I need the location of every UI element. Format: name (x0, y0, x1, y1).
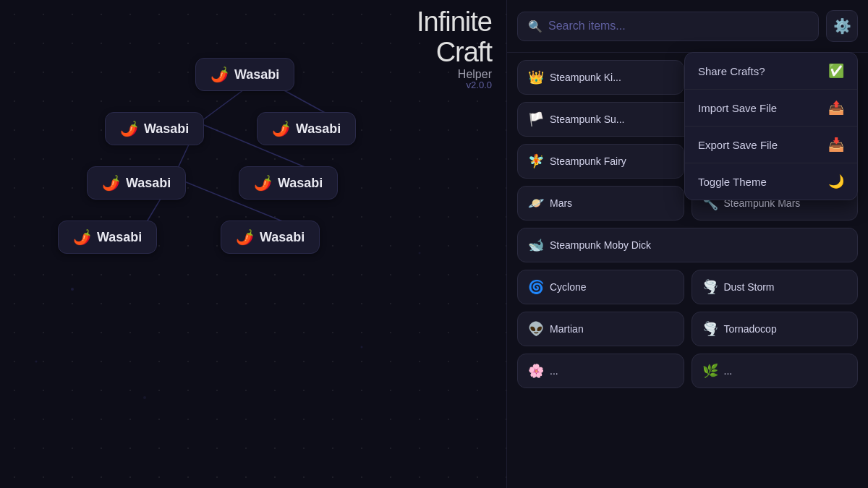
dust-storm-label: Dust Storm (724, 281, 775, 293)
item-dust-storm[interactable]: 🌪️ Dust Storm (692, 270, 859, 304)
craft-node-bl2[interactable]: 🌶️ Wasabi (58, 221, 157, 254)
search-icon: 🔍 (528, 20, 542, 33)
steampunk-fairy-label: Steampunk Fairy (550, 155, 626, 167)
wasabi-emoji-4: 🌶️ (102, 174, 120, 192)
app-subtitle: Helper (417, 68, 492, 81)
wasabi-label-5: Wasabi (278, 176, 323, 191)
item-steampunk-moby-dick[interactable]: 🐋 Steampunk Moby Dick (517, 228, 858, 262)
tornadocop-emoji: 🌪️ (702, 321, 718, 337)
wasabi-label-4: Wasabi (126, 176, 171, 191)
cyclone-emoji: 🌀 (528, 279, 544, 295)
craft-node-br1[interactable]: 🌶️ Wasabi (239, 166, 338, 200)
settings-button[interactable]: ⚙️ (826, 10, 858, 42)
wasabi-emoji-7: 🌶️ (236, 228, 254, 246)
craft-node-ml[interactable]: 🌶️ Wasabi (105, 112, 204, 145)
craft-area[interactable]: Infinite Craft Helper v2.0.0 🌶️ Wasabi 🌶… (0, 0, 506, 488)
steampunk-ki-emoji: 👑 (528, 69, 544, 85)
extra-2-emoji: 🌿 (702, 363, 718, 379)
wasabi-emoji-5: 🌶️ (254, 174, 272, 192)
cyclone-label: Cyclone (550, 281, 587, 293)
toggle-theme-option[interactable]: Toggle Theme 🌙 (685, 163, 857, 200)
items-row-5: 🐋 Steampunk Moby Dick (517, 228, 858, 262)
items-row-8: 🌸 ... 🌿 ... (517, 354, 858, 388)
share-crafts-label: Share Crafts? (698, 65, 765, 77)
share-crafts-option[interactable]: Share Crafts? ✅ (685, 53, 857, 90)
items-row-7: 👽 Martian 🌪️ Tornadocop (517, 312, 858, 346)
wasabi-label-3: Wasabi (296, 121, 341, 137)
export-save-icon: 📥 (828, 137, 844, 153)
share-crafts-icon: ✅ (828, 63, 844, 79)
extra-1-emoji: 🌸 (528, 363, 544, 379)
item-cyclone[interactable]: 🌀 Cyclone (517, 270, 684, 304)
wasabi-label-6: Wasabi (97, 230, 142, 245)
item-extra-1[interactable]: 🌸 ... (517, 354, 684, 388)
svg-point-7 (35, 361, 38, 363)
mars-emoji: 🪐 (528, 195, 544, 211)
martian-label: Martian (550, 323, 584, 335)
wasabi-emoji-3: 🌶️ (272, 120, 290, 137)
export-save-option[interactable]: Export Save File 📥 (685, 127, 857, 163)
wasabi-emoji-6: 🌶️ (73, 228, 91, 246)
steampunk-fairy-emoji: 🧚 (528, 153, 544, 169)
items-header: 🔍 ⚙️ (507, 0, 868, 53)
wasabi-label-7: Wasabi (260, 230, 305, 245)
svg-point-6 (71, 288, 74, 291)
items-panel: 🔍 ⚙️ Share Crafts? ✅ Import Save File 📤 … (506, 0, 868, 488)
item-mars[interactable]: 🪐 Mars (517, 186, 684, 221)
item-martian[interactable]: 👽 Martian (517, 312, 684, 346)
svg-point-9 (143, 396, 146, 399)
item-steampunk-fairy[interactable]: 🧚 Steampunk Fairy (517, 144, 684, 179)
wasabi-label-1: Wasabi (234, 67, 279, 82)
martian-emoji: 👽 (528, 321, 544, 337)
dust-storm-emoji: 🌪️ (702, 279, 718, 295)
import-save-option[interactable]: Import Save File 📤 (685, 90, 857, 127)
search-box[interactable]: 🔍 (517, 12, 819, 41)
tornadocop-label: Tornadocop (724, 323, 777, 335)
import-save-icon: 📤 (828, 100, 844, 116)
craft-node-bl1[interactable]: 🌶️ Wasabi (87, 166, 186, 200)
extra-2-label: ... (724, 365, 733, 377)
steampunk-su-label: Steampunk Su... (550, 114, 625, 125)
craft-node-br2[interactable]: 🌶️ Wasabi (221, 221, 320, 254)
steampunk-ki-label: Steampunk Ki... (550, 72, 621, 83)
search-input[interactable] (548, 20, 808, 33)
title-line2: Craft (436, 37, 492, 67)
wasabi-label-2: Wasabi (144, 121, 189, 137)
svg-point-10 (419, 252, 421, 254)
steampunk-su-emoji: 🏳️ (528, 111, 544, 127)
toggle-theme-icon: 🌙 (828, 174, 844, 189)
item-tornadocop[interactable]: 🌪️ Tornadocop (692, 312, 859, 346)
wasabi-emoji-1: 🌶️ (210, 66, 229, 83)
wasabi-emoji-2: 🌶️ (120, 120, 138, 137)
app-version: v2.0.0 (417, 80, 492, 90)
export-save-label: Export Save File (698, 139, 778, 151)
import-save-label: Import Save File (698, 102, 777, 114)
toggle-theme-label: Toggle Theme (698, 176, 767, 188)
app-title: Infinite Craft Helper v2.0.0 (417, 7, 492, 90)
craft-node-mr[interactable]: 🌶️ Wasabi (257, 112, 356, 145)
svg-point-8 (361, 346, 363, 348)
settings-dropdown: Share Crafts? ✅ Import Save File 📤 Expor… (684, 52, 858, 200)
item-steampunk-ki[interactable]: 👑 Steampunk Ki... (517, 60, 684, 95)
steampunk-moby-label: Steampunk Moby Dick (550, 239, 651, 251)
items-row-6: 🌀 Cyclone 🌪️ Dust Storm (517, 270, 858, 304)
extra-1-label: ... (550, 365, 558, 377)
craft-node-top[interactable]: 🌶️ Wasabi (195, 58, 294, 91)
title-line1: Infinite (417, 7, 492, 37)
steampunk-moby-emoji: 🐋 (528, 237, 544, 253)
mars-label: Mars (550, 197, 572, 209)
item-extra-2[interactable]: 🌿 ... (692, 354, 859, 388)
